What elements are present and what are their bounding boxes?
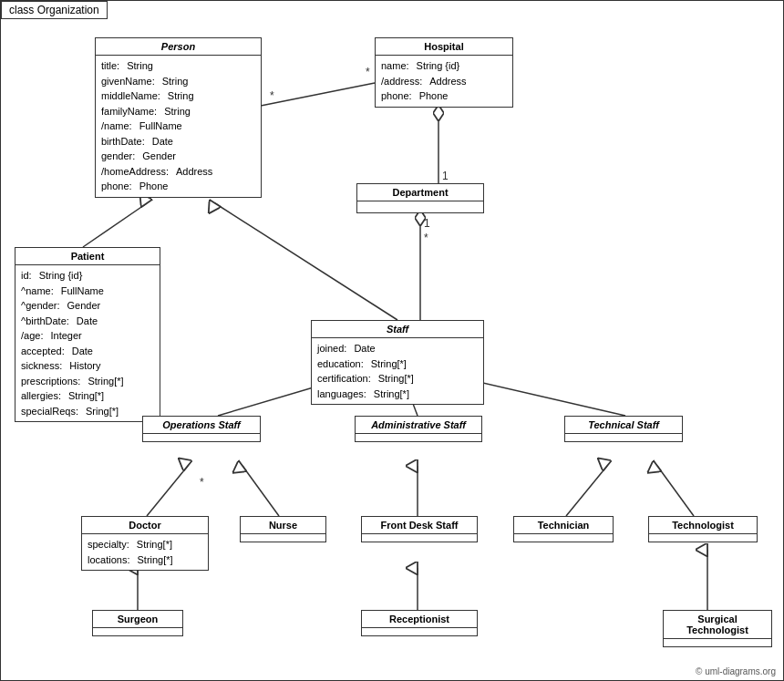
technician-class: Technician (513, 516, 614, 542)
patient-class: Patient id:String {id} ^name:FullName ^g… (15, 247, 160, 422)
department-title: Department (357, 184, 483, 201)
department-attrs (357, 201, 483, 212)
department-class: Department (356, 183, 484, 213)
staff-class: Staff joined:Date education:String[*] ce… (311, 320, 484, 405)
svg-line-12 (242, 466, 279, 516)
svg-text:*: * (366, 66, 370, 78)
front-desk-staff-title: Front Desk Staff (362, 517, 477, 534)
administrative-staff-title: Administrative Staff (356, 417, 481, 434)
operations-staff-title: Operations Staff (143, 417, 260, 434)
svg-line-15 (657, 466, 694, 516)
technologist-class: Technologist (648, 516, 758, 542)
diagram-title: class Organization (1, 1, 108, 19)
staff-title: Staff (312, 321, 483, 338)
front-desk-staff-class: Front Desk Staff (361, 516, 478, 542)
technical-staff-title: Technical Staff (565, 417, 682, 434)
receptionist-title: Receptionist (362, 611, 477, 628)
svg-text:1: 1 (424, 217, 430, 230)
svg-text:*: * (424, 232, 428, 244)
operations-staff-class: Operations Staff (142, 416, 261, 442)
receptionist-class: Receptionist (361, 610, 478, 636)
technician-title: Technician (514, 517, 613, 534)
hospital-attrs: name:String {id} /address:Address phone:… (376, 56, 512, 107)
svg-text:1: 1 (442, 170, 449, 182)
doctor-attrs: specialty:String[*] locations:String[*] (82, 534, 208, 570)
person-attrs: title:String givenName:String middleName… (96, 56, 261, 197)
svg-line-14 (566, 466, 607, 516)
doctor-class: Doctor specialty:String[*] locations:Str… (81, 516, 209, 571)
hospital-class: Hospital name:String {id} /address:Addre… (375, 37, 513, 108)
svg-text:*: * (200, 476, 204, 489)
surgeon-class: Surgeon (92, 610, 183, 636)
surgical-technologist-class: Surgical Technologist (663, 610, 772, 647)
person-class: Person title:String givenName:String mid… (95, 37, 262, 198)
hospital-title: Hospital (376, 38, 512, 56)
staff-attrs: joined:Date education:String[*] certific… (312, 338, 483, 404)
svg-line-3 (83, 203, 147, 247)
svg-line-11 (147, 466, 188, 516)
doctor-title: Doctor (82, 517, 208, 534)
technical-staff-class: Technical Staff (564, 416, 683, 442)
svg-line-7 (261, 83, 375, 106)
svg-line-4 (215, 203, 397, 320)
person-title: Person (96, 38, 261, 56)
administrative-staff-class: Administrative Staff (355, 416, 482, 442)
diagram-container: class Organization (0, 0, 784, 681)
svg-text:*: * (270, 89, 274, 102)
technologist-title: Technologist (649, 517, 757, 534)
surgical-technologist-title: Surgical Technologist (664, 611, 771, 639)
nurse-class: Nurse (240, 516, 326, 542)
patient-title: Patient (15, 248, 160, 265)
patient-attrs: id:String {id} ^name:FullName ^gender:Ge… (15, 265, 160, 421)
nurse-title: Nurse (241, 517, 325, 534)
surgeon-title: Surgeon (93, 611, 182, 628)
copyright: © uml-diagrams.org (696, 666, 776, 676)
